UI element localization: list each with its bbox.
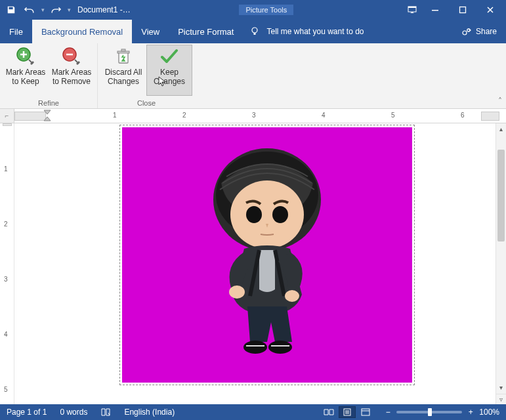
proofing-status[interactable] (94, 408, 117, 417)
mark-keep-line2: to Keep (12, 77, 39, 87)
save-button[interactable] (3, 1, 20, 18)
svg-point-6 (463, 31, 467, 35)
horizontal-ruler[interactable]: ⌐ 1 2 3 4 5 6 (0, 109, 506, 123)
contextual-tab-label: Picture Tools (239, 5, 293, 15)
ribbon-tabs: File Background Removal View Picture For… (0, 20, 506, 43)
tab-view[interactable]: View (132, 20, 169, 43)
svg-rect-26 (362, 409, 369, 415)
group-label-refine: Refine (38, 98, 59, 108)
tell-me-placeholder: Tell me what you want to do (266, 27, 364, 36)
plus-circle-icon (16, 47, 35, 66)
mark-areas-to-keep-button[interactable]: Mark Areas to Keep (3, 45, 49, 96)
share-label: Share (476, 27, 497, 36)
word-count-status[interactable]: 0 words (53, 408, 94, 417)
mark-keep-line1: Mark Areas (6, 68, 46, 77)
save-icon (7, 5, 16, 14)
page-content[interactable] (14, 123, 495, 404)
discard-all-changes-button[interactable]: Discard All Changes (100, 45, 146, 96)
read-mode-icon (324, 408, 334, 416)
scroll-up-button[interactable]: ▴ (496, 123, 506, 134)
title-bar: ▾ ▾ Document1 -… Picture Tools (0, 0, 506, 20)
ribbon-display-options[interactable] (402, 1, 422, 18)
vruler-mark-2: 2 (4, 220, 8, 228)
minimize-button[interactable] (422, 1, 448, 18)
svg-point-18 (229, 285, 245, 299)
svg-rect-5 (254, 33, 256, 35)
zoom-slider-knob[interactable] (428, 408, 432, 416)
keep-line1: Keep (160, 68, 179, 77)
svg-point-16 (246, 206, 262, 223)
tab-file[interactable]: File (0, 20, 32, 43)
zoom-level[interactable]: 100% (479, 408, 499, 417)
svg-rect-2 (432, 10, 438, 11)
tab-picture-format[interactable]: Picture Format (169, 20, 243, 43)
close-button[interactable] (477, 1, 503, 18)
svg-rect-1 (408, 7, 416, 8)
mark-remove-line2: to Remove (53, 77, 91, 87)
cursor-icon (158, 76, 166, 87)
background-removal-preview (122, 127, 412, 383)
ruler-mark-6: 6 (461, 112, 465, 119)
svg-point-4 (252, 28, 257, 33)
minimize-icon (431, 6, 439, 14)
undo-dropdown[interactable]: ▾ (39, 7, 46, 13)
svg-rect-3 (460, 7, 466, 13)
minus-circle-icon (62, 47, 81, 66)
ruler-mark-5: 5 (391, 112, 395, 119)
undo-button[interactable] (21, 1, 38, 18)
redo-button[interactable] (47, 1, 64, 18)
tell-me-search[interactable]: Tell me what you want to do (249, 20, 452, 43)
language-status[interactable]: English (India) (117, 408, 181, 417)
svg-point-21 (268, 341, 292, 354)
scroll-thumb[interactable] (497, 150, 505, 242)
group-label-close: Close (137, 98, 156, 108)
zoom-in-button[interactable]: + (466, 408, 475, 417)
tab-background-removal[interactable]: Background Removal (32, 20, 132, 43)
qat-customize[interactable]: ▾ (66, 7, 72, 13)
document-title: Document1 -… (77, 5, 131, 14)
document-area: 1 2 3 4 5 (0, 123, 495, 404)
zoom-slider[interactable] (396, 411, 462, 413)
status-bar: Page 1 of 1 0 words English (India) − + … (0, 404, 506, 420)
ruler-mark-4: 4 (322, 112, 326, 119)
ruler-mark-3: 3 (252, 112, 256, 119)
web-layout-button[interactable] (357, 406, 374, 418)
foreground-figure (182, 137, 352, 373)
zoom-controls: − + 100% (377, 408, 506, 417)
ruler-mark-1: 1 (113, 112, 117, 119)
share-button[interactable]: Share (452, 20, 506, 43)
scroll-down-button[interactable]: ▾ (496, 382, 506, 392)
print-layout-button[interactable] (339, 406, 356, 418)
print-layout-icon (343, 408, 352, 416)
maximize-button[interactable] (450, 1, 476, 18)
zoom-out-button[interactable]: − (383, 408, 392, 417)
close-icon (486, 6, 494, 14)
vruler-mark-4: 4 (4, 331, 8, 338)
quick-access-toolbar: ▾ ▾ (3, 1, 72, 18)
lightbulb-icon (249, 26, 260, 37)
ribbon-display-icon (408, 6, 417, 14)
share-icon (461, 27, 472, 36)
vertical-scrollbar[interactable]: ▴ ▾ ▿ (495, 123, 506, 404)
collapse-ribbon-button[interactable]: ˄ (498, 96, 502, 106)
svg-point-15 (230, 180, 304, 249)
mark-areas-to-remove-button[interactable]: Mark Areas to Remove (49, 45, 95, 96)
discard-line1: Discard All (105, 68, 142, 77)
page-number-status[interactable]: Page 1 of 1 (0, 408, 53, 417)
group-refine: Mark Areas to Keep Mark Areas to Remove … (0, 43, 98, 108)
vruler-mark-1: 1 (4, 165, 8, 173)
svg-point-17 (272, 206, 288, 223)
svg-point-19 (285, 290, 299, 302)
ribbon: Mark Areas to Keep Mark Areas to Remove … (0, 43, 506, 109)
object-browse-button[interactable]: ▿ (496, 394, 506, 404)
selected-picture[interactable] (119, 125, 415, 385)
check-icon (159, 48, 179, 65)
keep-changes-button[interactable]: Keep Changes (146, 45, 192, 96)
group-close: Discard All Changes Keep Changes Close (98, 43, 195, 108)
book-icon (100, 408, 111, 417)
tab-selector[interactable]: ⌐ (0, 109, 14, 123)
discard-line2: Changes (108, 77, 139, 87)
vertical-ruler[interactable]: 1 2 3 4 5 (0, 123, 14, 404)
svg-rect-12 (121, 49, 125, 51)
read-mode-button[interactable] (320, 406, 337, 418)
